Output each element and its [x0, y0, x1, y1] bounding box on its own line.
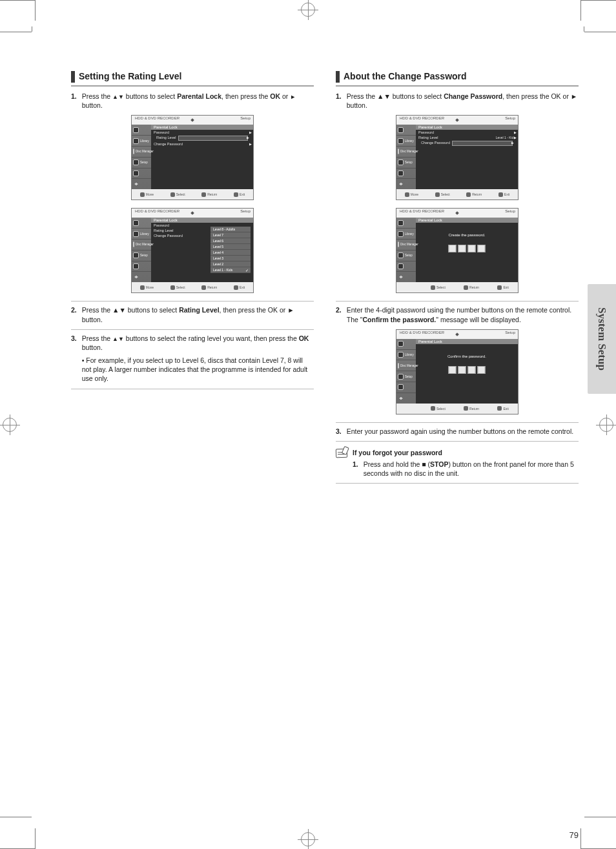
step-text: Press the ▲▼ buttons to select Parental … [82, 92, 314, 110]
osd-screenshot-create-pw: HDD & DVD RECORDER Setup Library Disc Ma… [396, 208, 518, 293]
crop-crosshair-left [3, 418, 17, 432]
step-1r: 1. Press the ▲▼ buttons to select Change… [336, 92, 579, 110]
exit-icon [234, 192, 238, 197]
step-2: 2. Press the ▲▼ buttons to select Rating… [71, 305, 314, 323]
section-head-password: About the Change Password [336, 71, 579, 83]
section-head-rating: Setting the Rating Level [71, 71, 314, 83]
gear-icon [398, 181, 404, 187]
ss-top-mode: Setup [240, 116, 251, 120]
gear-icon [398, 274, 404, 280]
note-icon [336, 449, 347, 458]
section-bar-icon [336, 71, 340, 83]
pw-dialog-label: Create the password. [448, 233, 485, 237]
disc-icon [133, 148, 134, 154]
hdd-icon [133, 220, 139, 226]
section-title: Setting the Rating Level [79, 71, 181, 81]
disc-icon [133, 241, 134, 247]
step-1: 1. Press the ▲▼ buttons to select Parent… [71, 92, 314, 110]
setup-icon [133, 170, 139, 176]
forgot-password-note: If you forgot your password 1. Press and… [336, 448, 579, 478]
crop-crosshair-top [301, 3, 315, 17]
hdd-icon [133, 127, 139, 133]
step-number: 1. [71, 92, 78, 101]
select-icon [170, 192, 175, 197]
osd-screenshot-levels: HDD & DVD RECORDER Setup Library Disc Ma… [131, 208, 254, 293]
return-icon [201, 192, 206, 197]
section-bar-icon [71, 71, 75, 83]
crop-crosshair-bottom [301, 832, 315, 846]
pw-input-boxes [449, 245, 486, 252]
crop-crosshair-right [599, 418, 613, 432]
step-2r: 2. Enter the 4-digit password using the … [336, 305, 579, 323]
level-submenu: Level 8 - Adults Level 7 Level 6 Level 5… [210, 227, 251, 273]
pw-input-boxes [449, 366, 486, 374]
page-number: 79 [570, 830, 579, 840]
gear-icon [133, 274, 139, 280]
step-3r: 3. Enter your password again using the n… [336, 427, 579, 436]
gear-icon [133, 181, 139, 187]
setup-icon [133, 263, 139, 269]
programme-icon [133, 159, 139, 165]
right-column: About the Change Password 1. Press the ▲… [336, 71, 579, 487]
osd-screenshot-confirm-pw: HDD & DVD RECORDER Setup Library Disc Ma… [396, 329, 518, 414]
gear-icon [398, 395, 404, 401]
section-title: About the Change Password [344, 71, 467, 81]
step-3: 3. Press the ▲▼ buttons to select the ra… [71, 334, 314, 352]
osd-screenshot-parental: HDD & DVD RECORDER Setup Library Disc Ma… [131, 115, 254, 200]
library-icon [133, 138, 139, 144]
osd-screenshot-change-pw: HDD & DVD RECORDER Setup Library Disc Ma… [396, 115, 518, 200]
ss-top-label: HDD & DVD RECORDER [135, 116, 180, 120]
ss-menu-title: Parental Lock [151, 125, 253, 130]
section-tab-label: System Setup [595, 307, 608, 371]
move-icon [140, 192, 145, 197]
pw-dialog-label: Confirm the password. [447, 354, 486, 358]
bullet-note: 3. • For example, if you select up to Le… [71, 356, 314, 384]
section-rule [71, 85, 314, 87]
left-column: Setting the Rating Level 1. Press the ▲▼… [71, 71, 314, 487]
programme-icon [133, 252, 139, 258]
section-tab: System Setup [588, 284, 616, 394]
library-icon [133, 231, 139, 237]
